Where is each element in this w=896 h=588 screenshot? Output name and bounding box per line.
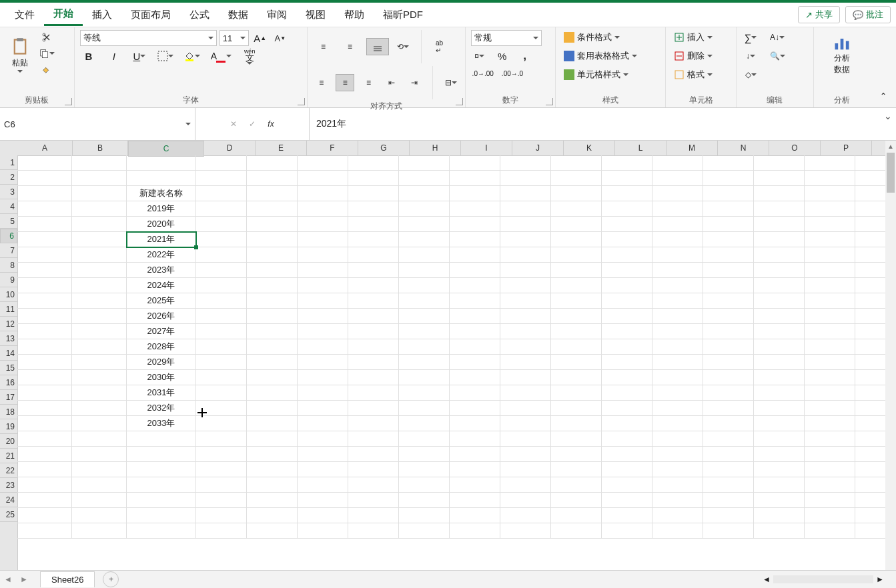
menu-formula[interactable]: 公式: [180, 5, 219, 25]
col-header-F[interactable]: F: [307, 141, 358, 155]
row-header-21[interactable]: 21: [0, 449, 17, 463]
col-header-C[interactable]: C: [128, 141, 204, 157]
cell-C14[interactable]: 2029年: [127, 355, 196, 369]
cell-C10[interactable]: 2025年: [127, 293, 196, 308]
comment-button[interactable]: 💬批注: [845, 6, 891, 23]
row-header-20[interactable]: 20: [0, 434, 17, 449]
wrap-text-button[interactable]: ab↵: [431, 39, 448, 54]
cell-styles-button[interactable]: 单元格样式: [561, 67, 660, 82]
row-header-24[interactable]: 24: [0, 493, 17, 507]
row-header-22[interactable]: 22: [0, 463, 17, 478]
tab-nav-prev[interactable]: ◄: [0, 575, 16, 584]
currency-button[interactable]: ¤: [471, 49, 488, 63]
cell-C9[interactable]: 2024年: [127, 278, 196, 293]
fill-button[interactable]: ↓: [742, 49, 759, 63]
align-middle-button[interactable]: ≡: [340, 39, 361, 55]
row-header-5[interactable]: 5: [0, 214, 17, 229]
paste-button[interactable]: 粘贴: [5, 30, 35, 79]
share-button[interactable]: ↗共享: [798, 6, 840, 23]
row-header-11[interactable]: 11: [0, 302, 17, 317]
formula-input[interactable]: 2021年 ⌄: [310, 108, 896, 140]
cell-C18[interactable]: 2033年: [127, 416, 196, 431]
menu-review[interactable]: 审阅: [258, 5, 296, 25]
increase-decimal-button[interactable]: .0→.00: [471, 66, 495, 81]
comma-button[interactable]: ,: [516, 49, 534, 63]
orientation-button[interactable]: ⟲: [394, 39, 412, 54]
fill-color-button[interactable]: [183, 49, 201, 63]
row-header-16[interactable]: 16: [0, 375, 17, 390]
col-header-G[interactable]: G: [358, 141, 410, 155]
decrease-font-button[interactable]: A▼: [272, 31, 289, 45]
number-format-select[interactable]: 常规: [471, 30, 542, 46]
menu-file[interactable]: 文件: [5, 5, 44, 25]
menu-home[interactable]: 开始: [44, 3, 83, 26]
increase-font-button[interactable]: A▲: [252, 31, 269, 45]
row-header-18[interactable]: 18: [0, 405, 17, 419]
row-header-19[interactable]: 19: [0, 419, 17, 434]
pinyin-button[interactable]: wén文: [241, 49, 258, 63]
font-name-select[interactable]: 等线: [80, 30, 217, 46]
row-header-23[interactable]: 23: [0, 478, 17, 493]
tab-nav-next[interactable]: ►: [16, 575, 32, 584]
col-header-J[interactable]: J: [512, 141, 564, 155]
menu-layout[interactable]: 页面布局: [121, 5, 180, 25]
scroll-thumb[interactable]: [887, 153, 895, 193]
collapse-ribbon-button[interactable]: ⌃: [875, 89, 892, 103]
row-header-13[interactable]: 13: [0, 331, 17, 346]
italic-button[interactable]: I: [105, 49, 123, 63]
col-header-E[interactable]: E: [256, 141, 307, 155]
row-header-10[interactable]: 10: [0, 287, 17, 302]
number-dialog-launcher[interactable]: [546, 98, 553, 105]
find-button[interactable]: 🔍: [769, 49, 787, 63]
cell-C7[interactable]: 2022年: [127, 247, 196, 262]
analyze-data-button[interactable]: 分析数据: [827, 30, 857, 79]
row-header-8[interactable]: 8: [0, 258, 17, 273]
add-sheet-button[interactable]: +: [103, 571, 119, 587]
menu-help[interactable]: 帮助: [335, 5, 374, 25]
merge-button[interactable]: ⊟: [442, 75, 460, 90]
menu-data[interactable]: 数据: [219, 5, 258, 25]
cell-C5[interactable]: 2020年: [127, 217, 196, 231]
font-size-select[interactable]: 11: [219, 30, 249, 46]
font-color-button[interactable]: A: [209, 49, 233, 63]
autosum-button[interactable]: ∑: [742, 30, 759, 45]
row-header-12[interactable]: 12: [0, 317, 17, 331]
vertical-scrollbar[interactable]: ▲ ▼: [885, 141, 896, 588]
row-header-6[interactable]: 6: [0, 229, 17, 243]
border-button[interactable]: [156, 49, 175, 63]
align-top-button[interactable]: ≡: [313, 39, 334, 55]
scroll-right-icon[interactable]: ►: [876, 575, 884, 584]
scroll-left-icon[interactable]: ◄: [763, 575, 771, 584]
delete-cells-button[interactable]: 删除: [671, 49, 731, 63]
underline-button[interactable]: U: [131, 49, 148, 63]
row-header-7[interactable]: 7: [0, 243, 17, 258]
col-header-B[interactable]: B: [73, 141, 128, 155]
cancel-formula-icon[interactable]: ✕: [230, 119, 237, 129]
col-header-P[interactable]: P: [821, 141, 872, 155]
menu-foxit[interactable]: 福昕PDF: [374, 5, 432, 25]
name-box[interactable]: C6: [0, 108, 195, 140]
row-header-15[interactable]: 15: [0, 361, 17, 375]
format-cells-button[interactable]: 格式: [671, 67, 731, 82]
cell-grid[interactable]: 新建表名称2019年2020年2021年2022年2023年2024年2025年…: [17, 155, 885, 588]
row-headers[interactable]: 1234567891011121314151617181920212223242…: [0, 155, 18, 588]
cell-C16[interactable]: 2031年: [127, 385, 196, 400]
menu-view[interactable]: 视图: [296, 5, 335, 25]
col-header-M[interactable]: M: [666, 141, 718, 155]
bold-button[interactable]: B: [80, 49, 97, 63]
cell-C6[interactable]: 2021年: [127, 232, 196, 247]
fx-icon[interactable]: fx: [268, 119, 274, 129]
format-painter-button[interactable]: [37, 62, 56, 77]
cut-button[interactable]: [37, 30, 56, 45]
col-header-O[interactable]: O: [769, 141, 821, 155]
cell-C4[interactable]: 2019年: [127, 201, 196, 216]
align-bottom-button[interactable]: [366, 38, 389, 55]
align-right-button[interactable]: ≡: [360, 75, 377, 91]
row-header-2[interactable]: 2: [0, 170, 17, 185]
cell-C11[interactable]: 2026年: [127, 309, 196, 323]
col-header-H[interactable]: H: [410, 141, 461, 155]
row-header-9[interactable]: 9: [0, 273, 17, 287]
col-header-N[interactable]: N: [718, 141, 769, 155]
clipboard-dialog-launcher[interactable]: [65, 98, 72, 105]
sort-filter-button[interactable]: A↓: [769, 30, 786, 45]
